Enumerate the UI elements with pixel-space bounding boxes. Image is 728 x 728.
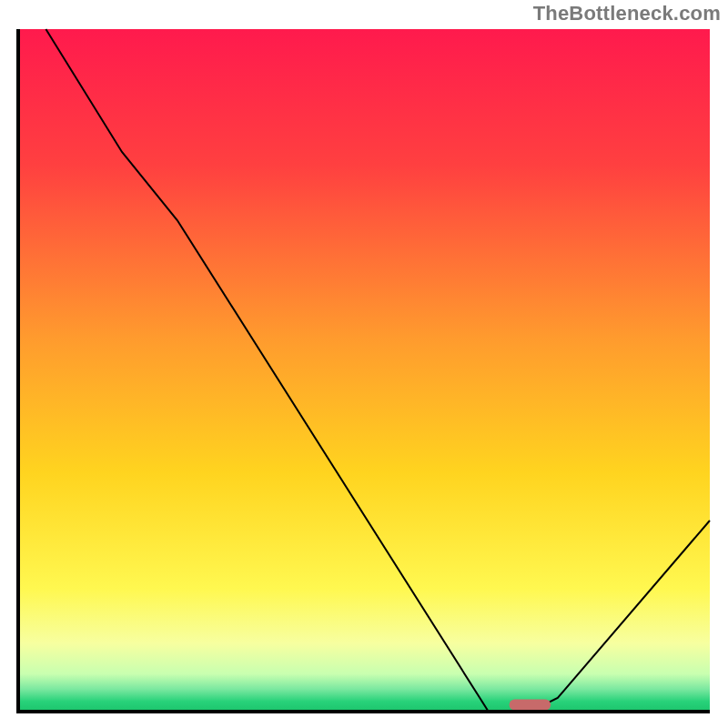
chart-container: { "attribution": "TheBottleneck.com", "c… bbox=[0, 0, 728, 728]
bottleneck-chart bbox=[0, 0, 728, 728]
plot-background bbox=[18, 29, 710, 712]
optimal-marker bbox=[510, 700, 551, 711]
